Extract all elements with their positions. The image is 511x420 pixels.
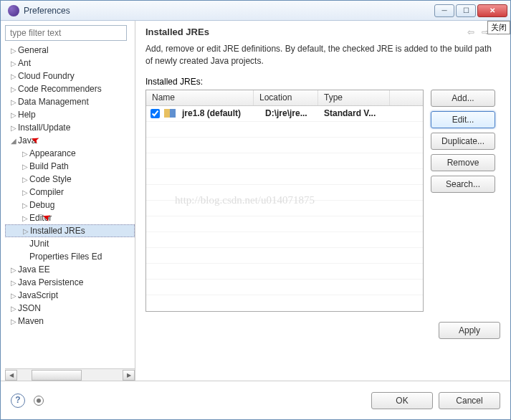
tree-item-label: Compiler: [29, 187, 64, 197]
twisty-icon[interactable]: ▷: [21, 176, 29, 183]
duplicate-button[interactable]: Duplicate...: [431, 133, 495, 150]
twisty-icon[interactable]: ▷: [9, 72, 18, 80]
table-label: Installed JREs:: [145, 77, 203, 87]
remove-button[interactable]: Remove: [431, 154, 495, 171]
tree-item-properties-files-ed[interactable]: Properties Files Ed: [5, 250, 135, 263]
cell-type: Standard V...: [321, 108, 393, 118]
search-button[interactable]: Search...: [431, 176, 495, 193]
twisty-icon[interactable]: ▷: [9, 279, 18, 287]
tree-item-json[interactable]: ▷JSON: [5, 302, 135, 315]
tree-item-debug[interactable]: ▷Debug: [5, 199, 135, 211]
jre-checkbox[interactable]: [151, 109, 160, 118]
tree-item-ant[interactable]: ▷Ant: [5, 57, 135, 70]
record-icon[interactable]: [34, 396, 44, 406]
title-bar: Preferences: [1, 1, 510, 21]
twisty-icon[interactable]: ▷: [21, 163, 29, 171]
window-title: Preferences: [24, 6, 70, 16]
scroll-right-icon[interactable]: ▶: [123, 370, 135, 381]
edit-button[interactable]: Edit...: [431, 111, 495, 128]
twisty-icon[interactable]: ▷: [9, 98, 18, 106]
col-location[interactable]: Location: [254, 90, 318, 105]
add-button[interactable]: Add...: [431, 90, 495, 107]
twisty-icon[interactable]: ▷: [21, 188, 29, 196]
col-name[interactable]: Name: [146, 90, 254, 105]
tree-item-code-style[interactable]: ▷Code Style: [5, 173, 135, 186]
table-row[interactable]: jre1.8 (default) D:\jre\jre... Standard …: [146, 106, 423, 122]
tree-item-install-update[interactable]: ▷Install/Update: [5, 121, 135, 134]
tree-item-junit[interactable]: JUnit: [5, 237, 135, 250]
tree-item-label: Build Path: [29, 161, 69, 171]
tree-item-label: Code Recommenders: [18, 84, 102, 94]
close-button[interactable]: [477, 4, 507, 17]
ok-button[interactable]: OK: [371, 392, 433, 409]
tree-item-java[interactable]: ◢Java➤: [5, 134, 135, 147]
tree-item-label: Debug: [29, 200, 54, 210]
tree-item-label: Code Style: [29, 174, 72, 184]
close-tooltip: 关闭: [487, 21, 510, 34]
content-pane: Installed JREs ⇦ ⇨ ▾ Add, remove or edit…: [135, 21, 510, 381]
app-icon: [8, 5, 19, 16]
tree-item-code-recommenders[interactable]: ▷Code Recommenders: [5, 82, 135, 95]
cell-name: jre1.8 (default): [179, 108, 262, 118]
tree-item-label: Properties Files Ed: [29, 252, 102, 262]
twisty-icon[interactable]: ▷: [9, 59, 18, 67]
twisty-icon[interactable]: ▷: [9, 292, 18, 300]
twisty-icon[interactable]: ▷: [9, 266, 18, 274]
horizontal-scrollbar[interactable]: ◀ ▶: [5, 368, 135, 381]
twisty-icon[interactable]: ▷: [21, 214, 29, 222]
twisty-icon[interactable]: ▷: [9, 318, 18, 325]
twisty-icon[interactable]: ▷: [9, 111, 18, 119]
tree-item-java-ee[interactable]: ▷Java EE: [5, 263, 135, 276]
tree-item-label: Help: [18, 110, 36, 120]
maximize-button[interactable]: [456, 4, 476, 17]
tree-item-label: Java Persistence: [18, 277, 83, 287]
tree-item-label: JavaScript: [18, 290, 58, 300]
tree-item-label: Data Management: [18, 97, 89, 107]
page-description: Add, remove or edit JRE definitions. By …: [145, 43, 500, 68]
bottom-bar: ? OK Cancel: [1, 381, 510, 419]
scroll-thumb[interactable]: [32, 370, 82, 381]
tree-item-javascript[interactable]: ▷JavaScript: [5, 289, 135, 302]
back-icon[interactable]: ⇦: [467, 27, 474, 37]
twisty-icon[interactable]: ▷: [9, 47, 18, 54]
tree-item-compiler[interactable]: ▷Compiler: [5, 186, 135, 199]
tree-item-label: Cloud Foundry: [18, 71, 75, 81]
jre-table[interactable]: Name Location Type jre1.8 (default) D:\j…: [145, 90, 424, 312]
tree-item-label: JSON: [18, 303, 41, 313]
tree-item-label: JUnit: [29, 239, 49, 249]
filter-input[interactable]: [5, 25, 127, 41]
tree-item-label: Maven: [18, 316, 44, 326]
twisty-icon[interactable]: ◢: [9, 137, 18, 145]
tree-item-general[interactable]: ▷General: [5, 44, 135, 57]
help-icon[interactable]: ?: [11, 393, 25, 408]
cell-location: D:\jre\jre...: [262, 108, 321, 118]
twisty-icon[interactable]: ▷: [9, 85, 18, 93]
tree-item-cloud-foundry[interactable]: ▷Cloud Foundry: [5, 70, 135, 82]
tree-item-java-persistence[interactable]: ▷Java Persistence: [5, 276, 135, 289]
twisty-icon[interactable]: ▷: [21, 150, 29, 158]
twisty-icon[interactable]: ▷: [9, 305, 18, 312]
tree-item-maven[interactable]: ▷Maven: [5, 315, 135, 328]
tree-item-help[interactable]: ▷Help: [5, 108, 135, 121]
tree-item-build-path[interactable]: ▷Build Path: [5, 160, 135, 173]
tree-item-editor[interactable]: ▷Editor➤: [5, 211, 135, 224]
apply-button[interactable]: Apply: [439, 322, 500, 339]
tree-item-label: Appearance: [29, 148, 76, 158]
twisty-icon[interactable]: ▷: [9, 124, 18, 132]
jre-icon: [164, 109, 176, 118]
twisty-icon[interactable]: ▷: [21, 201, 29, 209]
tree-item-label: General: [18, 45, 49, 55]
cancel-button[interactable]: Cancel: [439, 392, 500, 409]
tree-item-installed-jres[interactable]: ▷Installed JREs: [5, 224, 135, 237]
twisty-icon[interactable]: ▷: [22, 227, 30, 235]
scroll-left-icon[interactable]: ◀: [5, 370, 17, 381]
tree-item-appearance[interactable]: ▷Appearance: [5, 147, 135, 160]
tree-item-label: Java EE: [18, 264, 50, 275]
tree-item-data-management[interactable]: ▷Data Management: [5, 95, 135, 108]
tree-item-label: Installed JREs: [30, 226, 85, 236]
col-type[interactable]: Type: [318, 90, 390, 105]
sidebar: ▷General▷Ant▷Cloud Foundry▷Code Recommen…: [1, 21, 135, 381]
tree-item-label: Install/Update: [18, 123, 70, 133]
preferences-tree[interactable]: ▷General▷Ant▷Cloud Foundry▷Code Recommen…: [5, 44, 135, 368]
minimize-button[interactable]: [434, 4, 454, 17]
